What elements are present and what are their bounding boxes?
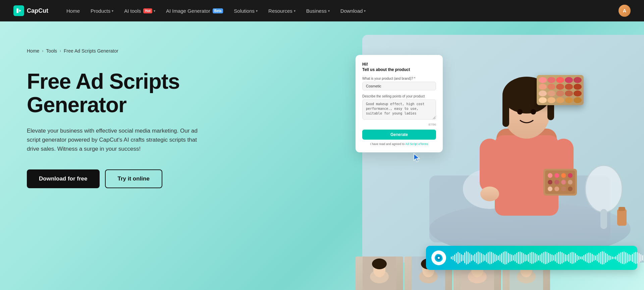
svg-point-39 (438, 257, 440, 259)
download-button[interactable]: Download for free (27, 169, 100, 188)
wave-bar (501, 253, 502, 263)
hero-description: Elevate your business with effective soc… (27, 126, 201, 154)
wave-bar (486, 253, 487, 262)
wave-bar (511, 255, 512, 261)
wave-bar (612, 257, 613, 259)
wave-bar (545, 251, 546, 264)
wave-bar (590, 253, 591, 263)
nav-item-ai-image[interactable]: AI Image GeneratorBeta (161, 5, 228, 16)
nav-item-resources[interactable]: Resources▾ (264, 5, 300, 16)
wave-bar (640, 254, 641, 262)
badge-ai-tools: Hot (143, 8, 152, 13)
wave-bar (515, 254, 516, 262)
wave-bar (478, 251, 479, 264)
wave-bar (546, 252, 547, 264)
wave-bar (520, 251, 521, 264)
wave-bar (595, 256, 596, 260)
cta-buttons: Download for free Try it online (27, 169, 201, 188)
palette-dot (539, 84, 547, 90)
wave-bar (504, 251, 505, 265)
wave-bar (592, 254, 593, 262)
wave-bar (525, 254, 526, 262)
avatar[interactable]: A (619, 5, 631, 17)
logo[interactable]: CapCut (13, 5, 48, 16)
wave-bar (642, 255, 643, 261)
wave-bar (617, 255, 618, 261)
wave-bar (593, 255, 594, 261)
palette-dot (547, 97, 555, 103)
try-online-button[interactable]: Try it online (105, 169, 162, 188)
nav-item-home[interactable]: Home (62, 5, 85, 16)
wave-bar (567, 255, 568, 261)
breadcrumb-home[interactable]: Home (27, 48, 39, 54)
wave-bar (499, 255, 500, 261)
palette-dot (565, 84, 573, 90)
wave-bar (588, 252, 589, 263)
wave-bar (459, 253, 460, 263)
wave-bar (560, 251, 561, 264)
wave-bar (491, 252, 492, 264)
wave-bar (555, 254, 556, 262)
wave-bar (570, 252, 571, 263)
wave-bar (625, 252, 626, 264)
wave-bar (508, 253, 509, 263)
nav-item-ai-tools[interactable]: AI toolsHot▾ (119, 5, 160, 16)
chevron-solutions: ▾ (256, 9, 258, 13)
char-count: 87/96 (362, 123, 436, 126)
wave-bar (503, 252, 504, 264)
wave-bar (620, 252, 621, 263)
wave-bar (634, 252, 635, 263)
palette-dot (539, 90, 547, 96)
svg-point-26 (561, 180, 566, 185)
breadcrumb-tools[interactable]: Tools (46, 48, 57, 54)
wave-bar (461, 254, 462, 262)
wave-bar (613, 257, 614, 259)
wave-bar (580, 257, 581, 259)
svg-marker-1 (19, 9, 21, 12)
svg-point-43 (372, 259, 387, 269)
svg-point-30 (561, 187, 566, 191)
wave-bar (561, 252, 562, 264)
breadcrumb-current: Free Ad Scripts Generator (64, 48, 118, 54)
chevron-business: ▾ (328, 9, 330, 13)
chevron-products: ▾ (112, 9, 113, 13)
audio-icon-circle (431, 250, 446, 265)
palette-dot (565, 90, 573, 96)
wave-bar (468, 252, 469, 264)
generate-button[interactable]: Generate (362, 130, 436, 140)
nav-items: HomeProducts▾AI toolsHot▾AI Image Genera… (62, 5, 619, 16)
wave-bar (572, 252, 573, 264)
product-input[interactable] (362, 82, 436, 90)
wave-bar (556, 253, 557, 263)
selling-textarea[interactable] (362, 99, 436, 120)
nav-item-business[interactable]: Business▾ (302, 5, 334, 16)
svg-point-32 (585, 165, 622, 212)
svg-marker-36 (414, 154, 419, 162)
wave-bar (608, 255, 609, 261)
breadcrumb: Home › Tools › Free Ad Scripts Generator (27, 48, 201, 54)
wave-bar (587, 253, 588, 263)
svg-rect-34 (617, 209, 627, 226)
nav-item-products[interactable]: Products▾ (86, 5, 118, 16)
svg-point-24 (548, 180, 552, 185)
navbar: CapCut HomeProducts▾AI toolsHot▾AI Image… (0, 0, 644, 21)
wave-bar (479, 252, 480, 264)
palette-dot (556, 77, 564, 83)
wave-bar (540, 255, 541, 261)
wave-bar (615, 256, 616, 260)
wave-bar (523, 253, 524, 263)
wave-bar (451, 257, 452, 259)
wave-bar (543, 252, 544, 264)
form-greeting: Hi! (362, 62, 436, 67)
wave-bar (456, 253, 457, 263)
palette-dot (565, 97, 573, 103)
svg-point-16 (480, 187, 499, 201)
nav-item-solutions[interactable]: Solutions▾ (229, 5, 262, 16)
wave-bar (488, 252, 489, 264)
wave-bar (598, 253, 599, 263)
audio-bar (426, 246, 637, 270)
wave-bar (513, 255, 514, 261)
chevron-download: ▾ (364, 9, 366, 13)
nav-item-download[interactable]: Download▾ (336, 5, 371, 16)
wave-bar (603, 251, 604, 264)
